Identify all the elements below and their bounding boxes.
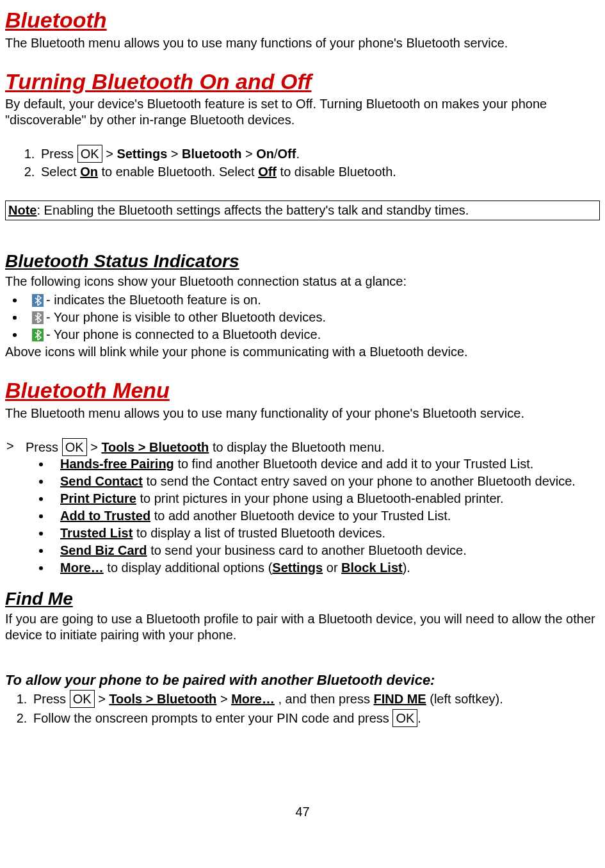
angle-marker: > <box>5 438 26 456</box>
menu-path: Tools > Bluetooth <box>101 440 209 454</box>
text: - Your phone is connected to a Bluetooth… <box>46 327 321 343</box>
sub-heading: To allow your phone to be paired with an… <box>5 671 600 689</box>
text: . <box>296 147 300 161</box>
text: or <box>323 561 341 575</box>
text: > <box>241 147 256 161</box>
menu-path: More… <box>231 692 275 706</box>
text: to display additional options ( <box>104 561 273 575</box>
option-name: Hands-free Pairing <box>60 457 174 471</box>
menu-path: Off <box>278 147 296 161</box>
menu-path: Settings <box>117 147 167 161</box>
list-item: - indicates the Bluetooth feature is on. <box>5 292 600 308</box>
list-item: - Your phone is connected to a Bluetooth… <box>5 327 600 343</box>
text: to disable Bluetooth. <box>277 165 396 179</box>
ok-key: OK <box>77 145 102 163</box>
text: , and then press <box>275 692 374 706</box>
option-name: Settings <box>272 561 323 575</box>
option-name: Send Biz Card <box>60 543 147 557</box>
text: to add another Bluetooth device to your … <box>150 509 451 523</box>
steps-list: Press OK > Tools > Bluetooth > More… , a… <box>5 690 600 727</box>
menu-path: On <box>256 147 274 161</box>
text: to display the Bluetooth menu. <box>209 440 385 454</box>
bluetooth-on-icon <box>32 294 44 307</box>
intro-text: The Bluetooth menu allows you to use man… <box>5 35 600 51</box>
bluetooth-visible-icon <box>32 311 44 324</box>
list-item: Send Contact to send the Contact entry s… <box>51 473 600 489</box>
heading-bluetooth: Bluetooth <box>5 6 600 34</box>
text: Press <box>41 147 77 161</box>
option-on: On <box>80 165 98 179</box>
list-item: Hands-free Pairing to find another Bluet… <box>51 456 600 472</box>
steps-list: Press OK > Settings > Bluetooth > On/Off… <box>5 145 600 180</box>
ok-key: OK <box>70 690 95 708</box>
intro-text: The following icons show your Bluetooth … <box>5 274 600 290</box>
list-item: More… to display additional options (Set… <box>51 560 600 576</box>
menu-path: Bluetooth <box>182 147 241 161</box>
option-name: Add to Trusted <box>60 509 150 523</box>
note-label: Note <box>8 203 36 217</box>
outro-text: Above icons will blink while your phone … <box>5 344 600 360</box>
menu-path: Tools > Bluetooth <box>109 692 216 706</box>
intro-text: By default, your device's Bluetooth feat… <box>5 96 600 128</box>
page-number: 47 <box>5 804 600 820</box>
list-item: - Your phone is visible to other Bluetoo… <box>5 309 600 325</box>
ok-key: OK <box>62 438 87 456</box>
text: . <box>417 711 421 725</box>
text: Select <box>41 165 80 179</box>
intro-text: The Bluetooth menu allows you to use man… <box>5 405 600 422</box>
text: to find another Bluetooth device and add… <box>174 457 533 471</box>
text: to send the Contact entry saved on your … <box>143 474 576 488</box>
note-box: Note: Enabling the Bluetooth settings af… <box>5 201 600 220</box>
heading-status-indicators: Bluetooth Status Indicators <box>5 250 600 272</box>
text: Press <box>33 692 70 706</box>
text: to display a list of trusted Bluetooth d… <box>133 526 385 540</box>
note-text: : Enabling the Bluetooth settings affect… <box>36 203 469 217</box>
list-item: Print Picture to print pictures in your … <box>51 491 600 507</box>
heading-bluetooth-menu: Bluetooth Menu <box>5 377 600 404</box>
option-name: More… <box>60 561 104 575</box>
bullet-icon <box>13 333 17 337</box>
text: > <box>87 440 102 454</box>
text: - Your phone is visible to other Bluetoo… <box>46 309 326 325</box>
text: > <box>167 147 182 161</box>
option-off: Off <box>258 165 277 179</box>
option-name: Print Picture <box>60 491 136 505</box>
lead-line: > Press OK > Tools > Bluetooth to displa… <box>5 438 600 456</box>
bullet-icon <box>13 299 17 302</box>
text: - indicates the Bluetooth feature is on. <box>46 292 261 308</box>
list-item: Send Biz Card to send your business card… <box>51 543 600 559</box>
text: to send your business card to another Bl… <box>147 543 467 557</box>
step-item: Follow the onscreen prompts to enter you… <box>31 709 600 727</box>
text: to enable Bluetooth. Select <box>98 165 258 179</box>
text: to print pictures in your phone using a … <box>136 491 504 505</box>
heading-find-me: Find Me <box>5 587 600 610</box>
text: ). <box>403 561 410 575</box>
intro-text: If you are going to use a Bluetooth prof… <box>5 611 600 643</box>
step-item: Press OK > Tools > Bluetooth > More… , a… <box>31 690 600 708</box>
text: (left softkey). <box>426 692 503 706</box>
text: Press <box>26 440 62 454</box>
text: Press OK > Tools > Bluetooth to display … <box>26 438 385 456</box>
step-item: Select On to enable Bluetooth. Select Of… <box>38 164 600 180</box>
step-item: Press OK > Settings > Bluetooth > On/Off… <box>38 145 600 163</box>
ok-key: OK <box>392 709 417 727</box>
heading-turning-on-off: Turning Bluetooth On and Off <box>5 68 600 95</box>
menu-options-list: Hands-free Pairing to find another Bluet… <box>5 456 600 576</box>
option-name: Trusted List <box>60 526 133 540</box>
text: > <box>216 692 231 706</box>
bluetooth-connected-icon <box>32 329 44 341</box>
option-name: Block List <box>341 561 403 575</box>
list-item: Trusted List to display a list of truste… <box>51 525 600 541</box>
text: > <box>102 147 117 161</box>
list-item: Add to Trusted to add another Bluetooth … <box>51 508 600 524</box>
text: Follow the onscreen prompts to enter you… <box>33 711 392 725</box>
option-name: Send Contact <box>60 474 143 488</box>
softkey-label: FIND ME <box>373 692 426 706</box>
text: > <box>95 692 109 706</box>
bullet-icon <box>13 316 17 320</box>
